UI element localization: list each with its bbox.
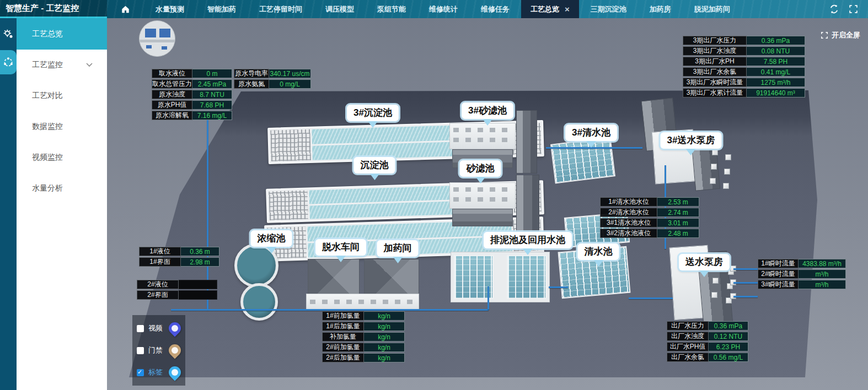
valve-cube [725,154,731,160]
data-row: 原水导电率340.17 us/cm [234,69,311,78]
sidebar-item-process-compare[interactable]: 工艺对比 [17,80,107,111]
sidebar: 工艺总览 工艺监控 工艺对比 数据监控 视频监控 水量分析 [17,18,107,390]
open-fullscreen-button[interactable]: 开启全屏 [821,30,860,40]
plant-3d-scene: 3#沉淀池 3#砂滤池 3#清水池 3#送水泵房 沉淀池 砂滤池 浓缩池 脱水车… [107,18,868,390]
data-row: 3期出厂水压力0.36 mPa [683,36,805,45]
sidebar-item-process-monitor[interactable]: 工艺监控 [17,50,107,80]
close-icon[interactable]: × [565,5,570,13]
data-row: 原水氨氮0 mg/L [234,79,311,89]
panel-chlorine: 1#前加氯量kg/n 1#后加氯量kg/n 补加氯量kg/n 2#前加氯量kg/… [322,311,405,364]
panel-phase3-outlet: 3期出厂水压力0.36 mPa 3期出厂水浊度0.08 NTU 3期出厂水PH7… [683,36,805,99]
pipe [629,297,673,299]
data-row: 2#前加氯量kg/n [322,343,405,352]
pipe [171,309,489,311]
tab-retention-time[interactable]: 工艺停留时间 [248,0,314,18]
plant-label-sedimentation[interactable]: 沉淀池 [354,157,395,174]
production-icon[interactable] [0,26,17,42]
layer-toggle-panel: 视频 门禁 标签 [132,315,185,386]
data-row: 1#液位0.36 m [139,247,219,256]
valve-cube [723,183,729,189]
topbar-actions [829,0,868,18]
tab-pressure-model[interactable]: 调压模型 [314,0,366,18]
layer-toggle-door[interactable]: 门禁 [137,339,181,361]
process-monitor-rail-item[interactable] [0,50,17,74]
tab-phase3-sedimentation[interactable]: 三期沉淀池 [579,0,638,18]
pipe [487,286,489,310]
data-row: 2#清水池水位2.74 m [600,208,699,217]
clear-pool-3 [550,137,615,184]
door-checkbox[interactable] [137,347,144,354]
panel-raw-water: 原水导电率340.17 us/cm 原水氨氮0 mg/L [234,69,311,90]
valve-cube [712,149,718,155]
sludge-pool-right [507,255,546,299]
panel-instant-flow: 1#瞬时流量4383.88 m³/h 2#瞬时流量m³/h 3#瞬时流量m³/h [758,259,846,290]
data-row: 出厂水余氯0.56 mg/L [667,353,748,362]
tab-smart-dosing[interactable]: 智能加药 [196,0,248,18]
data-row: 出厂水压力0.36 mPa [667,321,748,331]
tab-repair-tasks[interactable]: 维修任务 [469,0,521,18]
tab-water-forecast[interactable]: 水量预测 [144,0,196,18]
layer-toggle-tag[interactable]: 标签 [137,361,181,383]
tab-sludge-dosing-room[interactable]: 脱泥加药间 [683,0,742,18]
sidebar-item-data-monitor[interactable]: 数据监控 [17,111,107,142]
plant-label-clearpool[interactable]: 清水池 [578,243,619,260]
data-row: 3期出厂水余氯0.41 mg/L [683,67,805,77]
data-row: 2#界面 [137,290,217,300]
dewater-dosing-base [306,294,419,310]
tab-dosing-room[interactable]: 加药房 [638,0,683,18]
tab-pump-saving[interactable]: 泵组节能 [366,0,417,18]
fullscreen-icon[interactable] [849,4,858,14]
data-row: 3期出厂水累计流量91914640 m³ [683,88,805,98]
tag-checkbox[interactable] [137,369,144,376]
data-row: 3#2清水池液位2.48 m [600,229,699,238]
plant-label-dewatering[interactable]: 脱水车间 [315,239,366,256]
data-row: 3期出厂水浊度0.08 NTU [683,46,805,56]
tall-roof-building [516,175,539,238]
plant-label-pumphouse[interactable]: 送水泵房 [679,254,730,270]
data-row: 2#液位 [137,280,217,289]
plant-label-clearpool-3[interactable]: 3#清水池 [565,124,617,141]
plant-label-sandfilter-3[interactable]: 3#砂滤池 [462,102,513,119]
home-tab[interactable] [107,0,144,18]
door-pin-icon [166,342,183,359]
pipe [733,268,758,270]
fullscreen-icon [821,31,828,39]
sidebar-item-process-overview[interactable]: 工艺总览 [17,18,107,50]
plant-label-sludge-reuse[interactable]: 排泥池及回用水池 [484,232,572,248]
sidebar-item-video-monitor[interactable]: 视频监控 [17,142,107,173]
panel-intake: 取水液位0 m 取水总管压力2.45 mPa 原水浊度8.7 NTU 原水PH值… [152,69,232,121]
data-row: 取水总管压力2.45 mPa [152,79,232,89]
data-row: 1#后加氯量kg/n [322,322,405,331]
tab-process-overview[interactable]: 工艺总览 × [521,0,579,18]
plant-label-sedimentation-3[interactable]: 3#沉淀池 [347,105,399,121]
dewater-roof [308,259,360,296]
sidebar-item-label: 工艺监控 [32,60,63,70]
refresh-icon[interactable] [829,4,839,14]
icon-rail [0,18,17,390]
plant-label-pumphouse-3[interactable]: 3#送水泵房 [661,132,722,149]
plant-label-sandfilter[interactable]: 砂滤池 [460,160,501,177]
top-nav: 水量预测 智能加药 工艺停留时间 调压模型 泵组节能 维修统计 维修任务 工艺总… [107,0,829,18]
data-row: 2#瞬时流量m³/h [758,269,846,279]
data-row: 3期出厂水瞬时流量1275 m³/h [683,78,805,87]
data-row: 取水液位0 m [152,69,232,78]
tab-repair-stats[interactable]: 维修统计 [417,0,469,18]
data-row: 3期出厂水PH7.58 PH [683,57,805,66]
plant-label-thickener[interactable]: 浓缩池 [251,230,292,247]
data-row: 出厂水PH值6.23 PH [667,342,748,351]
valve-cube [711,164,717,170]
data-row: 出厂水浊度0.12 NTU [667,332,748,341]
tall-roof-building [516,110,537,174]
thickener-tank-2 [240,283,278,321]
sidebar-item-water-analysis[interactable]: 水量分析 [17,173,107,204]
pipe [549,286,568,288]
panel-thickener-2: 2#液位 2#界面 [137,280,217,301]
circular-facility [139,20,175,57]
plant-label-dosing-room[interactable]: 加药间 [377,240,419,257]
tab-label: 工艺总览 [531,4,559,14]
app-title: 智慧生产 - 工艺监控 [0,0,107,18]
data-row: 3#1清水池水位3.01 m [600,218,699,228]
video-checkbox[interactable] [137,325,144,332]
layer-toggle-video[interactable]: 视频 [137,317,181,339]
data-row: 原水溶解氧7.16 mg/L [152,111,232,120]
